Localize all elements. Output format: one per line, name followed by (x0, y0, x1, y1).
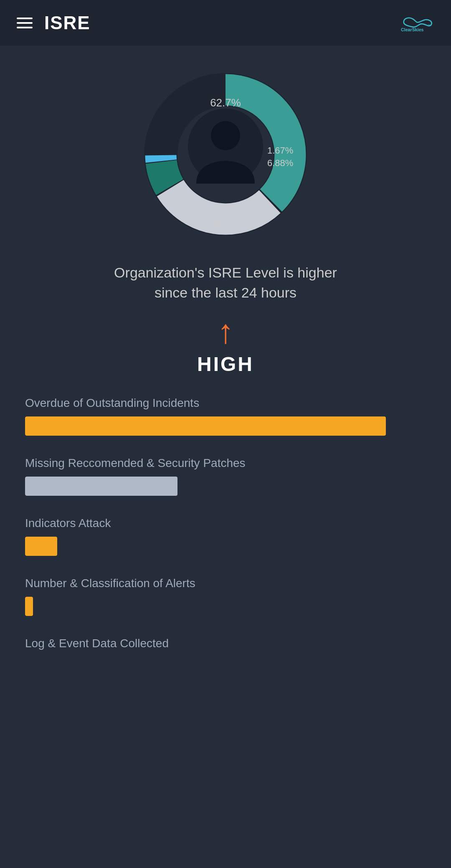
chart-container: 62.7% 28.72% 1.67% 6.88% (25, 63, 426, 246)
metric-missing-patches: Missing Reccomended & Security Patches (25, 457, 426, 496)
status-description: Organization's ISRE Level is higher sinc… (100, 263, 351, 303)
metric-patches-label: Missing Reccomended & Security Patches (25, 457, 426, 470)
app-title: ISRE (44, 13, 91, 33)
metric-indicators-label: Indicators Attack (25, 517, 426, 530)
metric-overdue-incidents: Overdue of Outstanding Incidents (25, 396, 426, 436)
logo-icon: ClearSkies ™ (401, 12, 434, 34)
clearskies-logo: ClearSkies ™ (401, 12, 434, 34)
svg-text:28.72%: 28.72% (207, 215, 244, 228)
metric-indicators-attack: Indicators Attack (25, 517, 426, 556)
metric-number-classification: Number & Classification of Alerts (25, 577, 426, 616)
svg-point-9 (211, 121, 240, 150)
svg-text:1.67%: 1.67% (267, 145, 293, 156)
risk-level: HIGH (197, 353, 254, 376)
up-arrow-icon: ↑ (217, 315, 234, 348)
metric-overdue-bar (25, 416, 386, 436)
metric-classification-label: Number & Classification of Alerts (25, 577, 426, 590)
metric-overdue-label: Overdue of Outstanding Incidents (25, 396, 426, 410)
metric-classification-bar-container (25, 597, 426, 616)
metric-indicators-bar-container (25, 537, 426, 556)
metrics-section: Overdue of Outstanding Incidents Missing… (25, 396, 426, 676)
metric-overdue-bar-container (25, 416, 426, 436)
metric-log-event-data: Log & Event Data Collected (25, 637, 426, 676)
metric-patches-bar-container (25, 477, 426, 496)
metric-indicators-bar (25, 537, 57, 556)
svg-text:ClearSkies: ClearSkies (401, 27, 424, 32)
hamburger-menu-icon[interactable] (17, 18, 33, 28)
metric-patches-bar (25, 477, 177, 496)
header-left: ISRE (17, 13, 91, 33)
svg-text:6.88%: 6.88% (267, 158, 293, 168)
metric-log-label: Log & Event Data Collected (25, 637, 426, 650)
metric-classification-bar (25, 597, 33, 616)
donut-chart: 62.7% 28.72% 1.67% 6.88% (134, 63, 317, 246)
main-content: 62.7% 28.72% 1.67% 6.88% Organization's … (0, 46, 451, 693)
metric-log-bar-container (25, 657, 426, 676)
svg-text:62.7%: 62.7% (210, 96, 241, 109)
svg-text:™: ™ (428, 24, 431, 28)
app-header: ISRE ClearSkies ™ (0, 0, 451, 46)
